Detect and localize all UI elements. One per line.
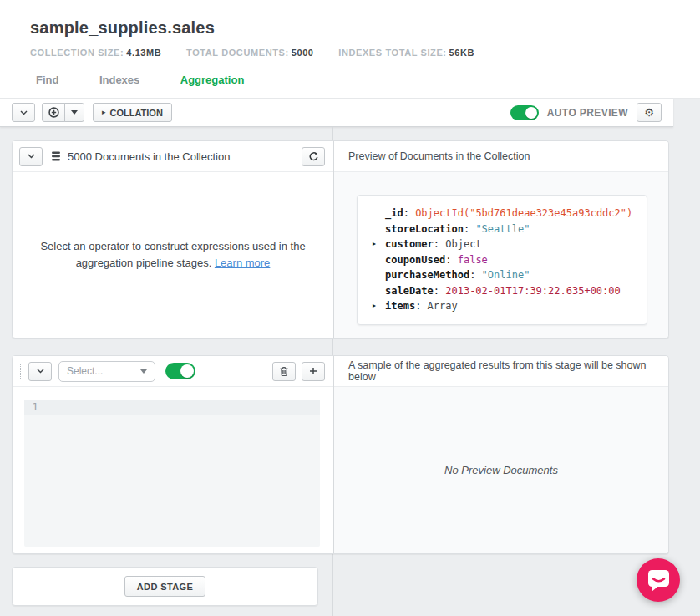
input-pane-header: 5000 Documents in the Collection bbox=[13, 141, 333, 172]
collection-stats: COLLECTION SIZE:4.13MB TOTAL DOCUMENTS:5… bbox=[30, 48, 700, 58]
refresh-documents-button[interactable] bbox=[302, 147, 325, 166]
gear-icon: ⚙ bbox=[644, 106, 654, 119]
stage-operator-select[interactable]: Select... bbox=[58, 361, 155, 382]
chevron-down-icon bbox=[20, 110, 28, 115]
stage-preview-pane: A sample of the aggregated results from … bbox=[333, 356, 668, 553]
stage-preview-header: A sample of the aggregated results from … bbox=[334, 356, 668, 387]
plus-circle-icon bbox=[48, 107, 59, 118]
collapse-stage-button[interactable] bbox=[28, 362, 52, 381]
field-value: ObjectId("5bd761deae323e45a93cddc2") bbox=[415, 207, 632, 219]
auto-preview-toggle[interactable] bbox=[510, 105, 539, 120]
field-key: items bbox=[385, 300, 415, 312]
document-field-items[interactable]: ▸items: Array bbox=[358, 298, 647, 314]
collapse-pipeline-button[interactable] bbox=[12, 103, 35, 122]
auto-preview-label: AUTO PREVIEW bbox=[547, 107, 628, 119]
refresh-icon bbox=[308, 151, 319, 162]
field-colon: : bbox=[445, 254, 457, 266]
caret-down-icon bbox=[140, 369, 147, 374]
collection-preview-pane: Preview of Documents in the Collection ▸… bbox=[333, 141, 668, 338]
tab-find[interactable]: Find bbox=[36, 74, 58, 86]
field-value: Array bbox=[428, 300, 458, 312]
add-stage-button-group bbox=[42, 103, 84, 122]
stat-indexes-total-size: INDEXES TOTAL SIZE:56KB bbox=[338, 48, 474, 58]
field-key: storeLocation bbox=[385, 223, 464, 235]
settings-button[interactable]: ⚙ bbox=[637, 103, 662, 122]
document-field-_id[interactable]: ▸_id: ObjectId("5bd761deae323e45a93cddc2… bbox=[358, 206, 647, 221]
caret-down-icon bbox=[71, 110, 78, 115]
add-stage-row: ADD STAGE bbox=[12, 567, 318, 606]
document-field-customer[interactable]: ▸customer: Object bbox=[358, 237, 647, 252]
stage-editor-pane: Select... bbox=[13, 356, 333, 553]
learn-more-link[interactable]: Learn more bbox=[215, 257, 270, 269]
pipeline-toolbar: ▸ COLLATION AUTO PREVIEW ⚙ bbox=[0, 99, 673, 127]
page-title: sample_supplies.sales bbox=[30, 18, 700, 38]
tab-indexes[interactable]: Indexes bbox=[99, 74, 139, 86]
editor-line-number: 1 bbox=[24, 400, 46, 415]
document-field-saleDate[interactable]: ▸saleDate: 2013-02-01T17:39:22.635+00:00 bbox=[358, 283, 647, 299]
toolbar-right: AUTO PREVIEW ⚙ bbox=[510, 103, 662, 122]
stat-total-documents: TOTAL DOCUMENTS:5000 bbox=[186, 48, 317, 58]
editor-active-line: 1 bbox=[24, 400, 320, 415]
field-key: purchaseMethod bbox=[385, 269, 469, 281]
no-preview-text: No Preview Documents bbox=[444, 464, 558, 476]
stage-code-editor[interactable]: 1 bbox=[24, 400, 320, 547]
field-colon: : bbox=[434, 238, 445, 250]
stage-enabled-toggle[interactable] bbox=[165, 363, 195, 379]
add-stage-menu-button[interactable] bbox=[64, 103, 84, 122]
field-colon: : bbox=[403, 207, 415, 219]
collection-header: sample_supplies.sales COLLECTION SIZE:4.… bbox=[0, 0, 700, 99]
field-colon: : bbox=[434, 285, 445, 297]
database-icon bbox=[51, 151, 61, 162]
collection-preview-title: Preview of Documents in the Collection bbox=[348, 150, 530, 162]
field-key: customer bbox=[385, 238, 434, 250]
stage-operator-placeholder: Select... bbox=[67, 365, 140, 377]
delete-stage-button[interactable] bbox=[272, 362, 296, 381]
stage-preview-title: A sample of the aggregated results from … bbox=[348, 359, 660, 383]
expand-arrow-icon[interactable]: ▸ bbox=[373, 237, 376, 252]
collection-preview-header: Preview of Documents in the Collection bbox=[334, 141, 668, 172]
document-field-couponUsed[interactable]: ▸couponUsed: false bbox=[358, 252, 647, 268]
stage-drag-handle-icon[interactable] bbox=[18, 364, 23, 379]
operator-placeholder: Select an operator to construct expressi… bbox=[13, 172, 333, 338]
field-key: saleDate bbox=[385, 285, 434, 297]
field-value: 2013-02-01T17:39:22.635+00:00 bbox=[445, 285, 621, 297]
collapse-input-button[interactable] bbox=[19, 147, 43, 166]
chat-launcher-button[interactable] bbox=[637, 558, 680, 602]
input-pane: 5000 Documents in the Collection Select … bbox=[13, 141, 333, 338]
field-colon: : bbox=[464, 223, 475, 235]
pipeline-builder: 5000 Documents in the Collection Select … bbox=[0, 127, 700, 616]
trash-icon bbox=[279, 366, 289, 377]
field-value: "Seattle" bbox=[475, 223, 530, 235]
document-card[interactable]: ▸_id: ObjectId("5bd761deae323e45a93cddc2… bbox=[357, 195, 647, 325]
pipeline-input-row: 5000 Documents in the Collection Select … bbox=[12, 140, 669, 339]
chevron-down-icon bbox=[37, 369, 44, 374]
collation-expand-icon: ▸ bbox=[102, 109, 106, 116]
document-field-purchaseMethod[interactable]: ▸purchaseMethod: "Online" bbox=[358, 267, 647, 283]
field-colon: : bbox=[469, 269, 481, 281]
collection-preview-body: ▸_id: ObjectId("5bd761deae323e45a93cddc2… bbox=[334, 172, 668, 338]
plus-icon bbox=[309, 367, 317, 375]
pipeline-stage-row: Select... bbox=[12, 355, 669, 554]
add-stage-after-button[interactable] bbox=[302, 362, 325, 381]
stat-collection-size: COLLECTION SIZE:4.13MB bbox=[30, 48, 165, 58]
add-stage-button[interactable]: ADD STAGE bbox=[124, 576, 206, 597]
tab-aggregation[interactable]: Aggregation bbox=[180, 74, 245, 86]
field-value: "Online" bbox=[482, 269, 530, 281]
field-colon: : bbox=[415, 300, 427, 312]
document-field-storeLocation[interactable]: ▸storeLocation: "Seattle" bbox=[358, 221, 647, 237]
stage-preview-body: No Preview Documents bbox=[334, 387, 668, 553]
collection-tabs: Find Indexes Aggregation bbox=[30, 72, 700, 87]
field-value: Object bbox=[445, 238, 481, 250]
field-value: false bbox=[458, 254, 488, 266]
chevron-down-icon bbox=[28, 154, 35, 159]
field-key: couponUsed bbox=[385, 254, 445, 266]
stage-header: Select... bbox=[13, 356, 333, 387]
collation-button[interactable]: ▸ COLLATION bbox=[93, 103, 172, 122]
input-pane-title: 5000 Documents in the Collection bbox=[68, 150, 230, 163]
compass-collection-view: sample_supplies.sales COLLECTION SIZE:4.… bbox=[0, 0, 700, 616]
stage-actions bbox=[272, 362, 325, 381]
collation-label: COLLATION bbox=[110, 108, 163, 118]
expand-arrow-icon[interactable]: ▸ bbox=[373, 298, 376, 314]
field-key: _id bbox=[385, 207, 403, 219]
add-stage-plus-button[interactable] bbox=[42, 103, 65, 122]
